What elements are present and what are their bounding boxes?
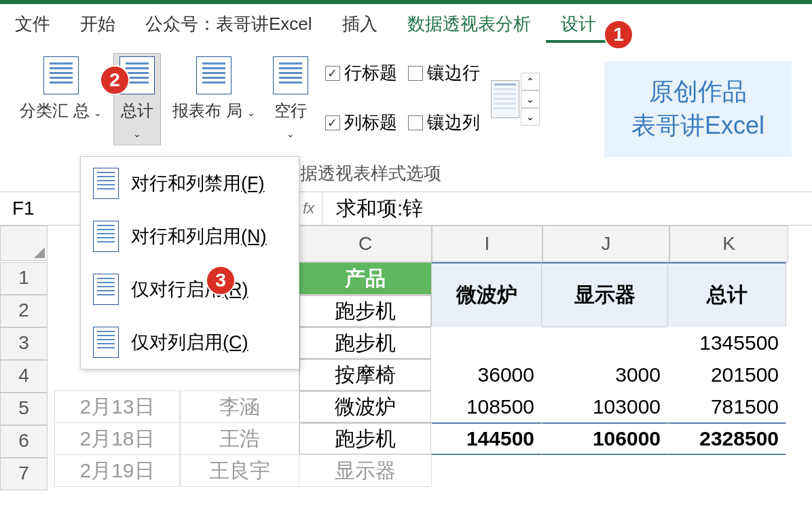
option-icon xyxy=(93,327,119,358)
cell-j6[interactable]: 106000 xyxy=(541,422,668,455)
row-header[interactable]: 4 xyxy=(0,360,48,393)
gallery-down[interactable]: ⌄ xyxy=(521,90,540,108)
layout-icon xyxy=(196,56,232,94)
pivot-header-i[interactable]: 微波炉 xyxy=(431,262,542,327)
gallery-more[interactable]: ⌄ xyxy=(521,108,540,126)
cell-a5[interactable]: 2月13日 xyxy=(54,391,180,423)
ribbon-group-label: 据透视表样式选项 xyxy=(300,162,441,185)
row-header[interactable]: 2 xyxy=(0,295,48,327)
menu-bar: 文件 开始 公众号：表哥讲Excel 插入 数据透视表分析 设计 xyxy=(0,4,812,46)
cell-c7[interactable]: 显示器 xyxy=(299,454,432,487)
cell-k6[interactable]: 2328500 xyxy=(667,422,786,455)
cell-b5[interactable]: 李涵 xyxy=(180,391,299,423)
row-header[interactable]: 3 xyxy=(0,327,48,360)
row-headers: 1 2 3 4 5 6 7 xyxy=(0,262,48,490)
rows-only-option[interactable]: 仅对行启用(R) xyxy=(81,263,299,316)
row-header[interactable]: 7 xyxy=(0,458,48,490)
cell-b6[interactable]: 王浩 xyxy=(180,422,299,455)
menu-design[interactable]: 设计 xyxy=(546,12,611,36)
cell-i5[interactable]: 108500 xyxy=(431,391,542,423)
subtotals-icon xyxy=(43,56,79,94)
col-header-k[interactable]: K xyxy=(669,225,788,262)
style-thumb[interactable] xyxy=(491,80,519,118)
annotation-badge-2: 2 xyxy=(100,65,130,95)
totals-dropdown: 对行和列禁用(F) 对行和列启用(N) 仅对行启用(R) 仅对列启用(C) xyxy=(80,156,299,369)
menu-home[interactable]: 开始 xyxy=(65,12,130,36)
watermark: 原创作品 表哥讲Excel xyxy=(604,61,792,157)
cell-k3[interactable]: 1345500 xyxy=(667,327,786,359)
fx-icon[interactable]: fx xyxy=(295,192,322,225)
cell-a6[interactable]: 2月18日 xyxy=(54,422,180,455)
blank-rows-icon xyxy=(273,56,308,94)
disable-rows-cols-option[interactable]: 对行和列禁用(F) xyxy=(81,157,299,210)
row-headers-checkbox[interactable]: ✓ 行标题 xyxy=(325,61,397,85)
col-headers-checkbox[interactable]: ✓ 列标题 xyxy=(325,111,397,134)
cols-only-option[interactable]: 仅对列启用(C) xyxy=(81,316,299,369)
style-gallery[interactable]: ⌃ ⌄ ⌄ xyxy=(491,53,540,145)
annotation-badge-1: 1 xyxy=(604,20,633,50)
col-header-i[interactable]: I xyxy=(432,225,542,262)
menu-analyze[interactable]: 数据透视表分析 xyxy=(392,12,546,36)
blank-rows-button[interactable]: 空行⌄ xyxy=(267,53,314,145)
subtotals-button[interactable]: 分类汇 总 ⌄ xyxy=(14,53,108,145)
pivot-header-j[interactable]: 显示器 xyxy=(541,262,668,327)
option-icon xyxy=(93,221,119,252)
row-header[interactable]: 5 xyxy=(0,393,48,425)
cell-a7[interactable]: 2月19日 xyxy=(54,454,180,487)
cell-k4[interactable]: 201500 xyxy=(667,359,786,391)
annotation-badge-3: 3 xyxy=(206,266,236,295)
check-icon: ✓ xyxy=(325,115,340,130)
style-options-group: ✓ 行标题 镶边行 ✓ 列标题 镶边列 xyxy=(320,53,485,145)
formula-input[interactable]: 求和项:锌 xyxy=(322,195,812,223)
cell-j4[interactable]: 3000 xyxy=(541,359,668,391)
cell-c4[interactable]: 按摩椅 xyxy=(299,359,432,391)
cell-j5[interactable]: 103000 xyxy=(541,391,668,423)
unchecked-icon xyxy=(408,66,423,81)
col-header-c[interactable]: C xyxy=(299,225,432,262)
menu-account[interactable]: 公众号：表哥讲Excel xyxy=(130,12,327,36)
option-icon xyxy=(93,274,119,305)
cell-i3[interactable] xyxy=(431,327,542,359)
header-product[interactable]: 产品 xyxy=(299,262,432,295)
cell-b7[interactable]: 王良宇 xyxy=(180,454,299,487)
col-header-j[interactable]: J xyxy=(542,225,669,262)
option-icon xyxy=(93,168,119,199)
name-box[interactable]: F1 xyxy=(0,192,85,225)
enable-rows-cols-option[interactable]: 对行和列启用(N) xyxy=(81,210,299,263)
cell-c3[interactable]: 跑步机 xyxy=(299,327,432,359)
unchecked-icon xyxy=(408,115,423,130)
menu-insert[interactable]: 插入 xyxy=(327,12,392,36)
banded-cols-checkbox[interactable]: 镶边列 xyxy=(408,111,480,134)
row-header[interactable]: 1 xyxy=(0,262,48,295)
cell-i6[interactable]: 144500 xyxy=(431,422,542,455)
banded-rows-checkbox[interactable]: 镶边行 xyxy=(408,61,480,85)
cell-c2[interactable]: 跑步机 xyxy=(299,295,432,327)
menu-file[interactable]: 文件 xyxy=(0,12,65,36)
cell-c5[interactable]: 微波炉 xyxy=(299,391,432,423)
select-all-corner[interactable] xyxy=(0,225,48,261)
cell-i4[interactable]: 36000 xyxy=(431,359,542,391)
cell-k5[interactable]: 781500 xyxy=(667,391,786,423)
cell-c6[interactable]: 跑步机 xyxy=(299,422,432,455)
check-icon: ✓ xyxy=(325,66,340,81)
pivot-header-k[interactable]: 总计 xyxy=(667,262,786,327)
gallery-up[interactable]: ⌃ xyxy=(521,73,540,90)
layout-button[interactable]: 报表布 局 ⌄ xyxy=(166,53,261,145)
row-header[interactable]: 6 xyxy=(0,425,48,458)
